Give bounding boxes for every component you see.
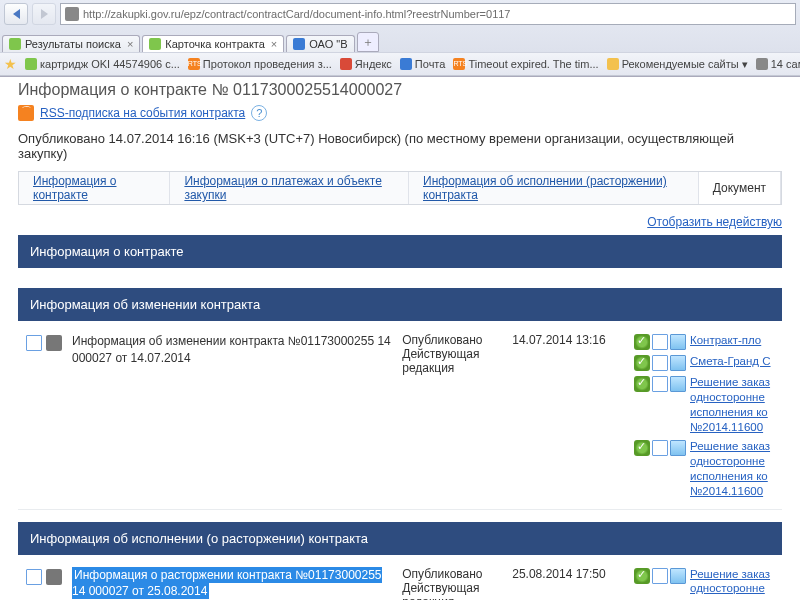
highlighted-title[interactable]: Информация о расторжении контракта №0117… <box>72 567 382 600</box>
page-icon <box>652 376 668 392</box>
document-icon[interactable] <box>26 335 42 351</box>
section-changes: Информация об изменении контракта <box>18 288 782 321</box>
tab-favicon <box>149 38 161 50</box>
bookmark-favicon <box>25 58 37 70</box>
bookmark-favicon: RTS <box>188 58 200 70</box>
bookmark-favicon <box>340 58 352 70</box>
tab-contract-info[interactable]: Информация о контракте <box>19 172 170 204</box>
tab-favicon <box>293 38 305 50</box>
bookmark-item[interactable]: Почта <box>400 58 446 70</box>
rss-icon[interactable] <box>18 105 34 121</box>
toggle-inactive-link[interactable]: Отобразить недействую <box>647 215 782 229</box>
print-icon[interactable] <box>46 569 62 585</box>
bookmark-favicon <box>400 58 412 70</box>
nav-forward-button[interactable] <box>32 3 56 25</box>
execution-name: Информация о расторжении контракта №0117… <box>72 567 392 601</box>
check-icon <box>634 355 650 371</box>
check-icon <box>634 440 650 456</box>
tab-label: ОАО "В <box>309 38 347 50</box>
status-date: 14.07.2014 13:16 <box>512 333 624 347</box>
tab-strip: Результаты поиска × Карточка контракта ×… <box>0 28 800 52</box>
doc-link[interactable]: Решение заказ одностороннe исполнения ко… <box>690 439 774 499</box>
doc-row: Решение заказ одностороннe исполнения ко… <box>634 567 774 601</box>
print-icon[interactable] <box>46 335 62 351</box>
page-icon <box>652 568 668 584</box>
browser-tab-1-active[interactable]: Карточка контракта × <box>142 35 284 52</box>
doc-row: Смета-Гранд С <box>634 354 774 371</box>
image-icon <box>670 334 686 350</box>
tab-execution[interactable]: Информация об исполнении (расторжении) к… <box>409 172 699 204</box>
image-icon <box>670 376 686 392</box>
tab-documents[interactable]: Документ <box>699 172 781 204</box>
status-label-2: Действующая редакция <box>402 581 512 601</box>
bookmark-item[interactable]: 14 самых богатых зв... <box>756 58 800 70</box>
image-icon <box>670 568 686 584</box>
tab-payments[interactable]: Информация о платежах и объекте закупки <box>170 172 409 204</box>
bookmark-favicon: RTS <box>453 58 465 70</box>
doc-link[interactable]: Смета-Гранд С <box>690 354 771 369</box>
check-icon <box>634 334 650 350</box>
page-body: Информация о контракте № 011730002551400… <box>0 81 800 600</box>
check-icon <box>634 568 650 584</box>
status-date: 25.08.2014 17:50 <box>512 567 624 581</box>
bookmark-item[interactable]: Яндекс <box>340 58 392 70</box>
image-icon <box>670 440 686 456</box>
arrow-forward-icon <box>41 9 48 19</box>
doc-row: Контракт-пло <box>634 333 774 350</box>
page-icon <box>652 355 668 371</box>
change-entry: Информация об изменении контракта №01173… <box>18 321 782 510</box>
browser-chrome: http://zakupki.gov.ru/epz/contract/contr… <box>0 0 800 77</box>
address-bar[interactable]: http://zakupki.gov.ru/epz/contract/contr… <box>60 3 796 25</box>
section-execution: Информация об исполнении (о расторжении)… <box>18 522 782 555</box>
published-info: Опубликовано 14.07.2014 16:16 (MSK+3 (UT… <box>18 131 782 161</box>
browser-tab-2[interactable]: ОАО "В <box>286 35 354 52</box>
bookmark-favicon <box>607 58 619 70</box>
tab-label: Карточка контракта <box>165 38 265 50</box>
doc-row: Решение заказ одностороннe исполнения ко… <box>634 439 774 499</box>
bookmarks-bar: ★ картридж OKI 44574906 с... RTSПротокол… <box>0 52 800 76</box>
doc-row: Решение заказ одностороннe исполнения ко… <box>634 375 774 435</box>
image-icon <box>670 355 686 371</box>
change-name: Информация об изменении контракта №01173… <box>72 333 392 367</box>
close-icon[interactable]: × <box>127 38 133 50</box>
rss-subscribe-link[interactable]: RSS-подписка на события контракта <box>40 106 245 120</box>
page-title: Информация о контракте № 011730002551400… <box>18 81 782 99</box>
tab-label: Результаты поиска <box>25 38 121 50</box>
help-icon[interactable]: ? <box>251 105 267 121</box>
document-icon[interactable] <box>26 569 42 585</box>
check-icon <box>634 376 650 392</box>
doc-link[interactable]: Решение заказ одностороннe исполнения ко… <box>690 375 774 435</box>
page-icon <box>652 440 668 456</box>
bookmark-item[interactable]: картридж OKI 44574906 с... <box>25 58 180 70</box>
nav-back-button[interactable] <box>4 3 28 25</box>
bookmark-item[interactable]: RTSTimeout expired. The tim... <box>453 58 598 70</box>
execution-entry: Информация о расторжении контракта №0117… <box>18 555 782 601</box>
doc-link[interactable]: Решение заказ одностороннe исполнения ко… <box>690 567 774 601</box>
content-tabs: Информация о контракте Информация о плат… <box>18 171 782 205</box>
page-icon <box>652 334 668 350</box>
doc-link[interactable]: Контракт-пло <box>690 333 761 348</box>
status-label-2: Действующая редакция <box>402 347 512 375</box>
url-text: http://zakupki.gov.ru/epz/contract/contr… <box>83 8 791 20</box>
new-tab-button[interactable]: ＋ <box>357 32 379 52</box>
favorites-icon[interactable]: ★ <box>4 56 17 72</box>
bookmark-favicon <box>756 58 768 70</box>
site-favicon <box>65 7 79 21</box>
tab-favicon <box>9 38 21 50</box>
browser-tab-0[interactable]: Результаты поиска × <box>2 35 140 52</box>
arrow-back-icon <box>13 9 20 19</box>
status-label: Опубликовано <box>402 567 512 581</box>
section-contract-info: Информация о контракте <box>18 235 782 268</box>
bookmark-item[interactable]: Рекомендуемые сайты ▾ <box>607 58 748 71</box>
status-label: Опубликовано <box>402 333 512 347</box>
bookmark-item[interactable]: RTSПротокол проведения з... <box>188 58 332 70</box>
close-icon[interactable]: × <box>271 38 277 50</box>
